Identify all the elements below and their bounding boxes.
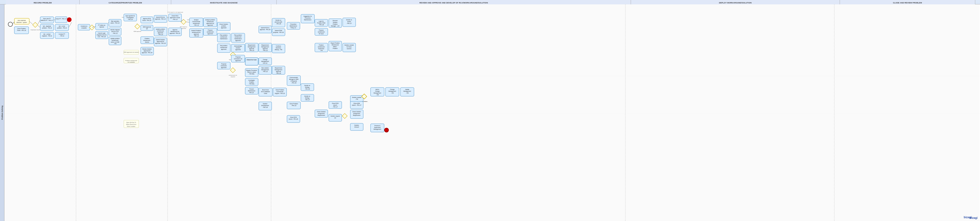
svg-rect-65 [141, 25, 153, 31]
svg-text:workaround -: workaround - [143, 40, 151, 41]
svg-text:Plan problem: Plan problem [220, 34, 228, 36]
svg-text:QA - duplicate: QA - duplicate [43, 25, 51, 27]
svg-text:SDM approval: SDM approval [143, 26, 151, 28]
svg-text:Discover: Discover [332, 20, 338, 21]
svg-text:SDM approval: SDM approval [134, 31, 141, 32]
svg-text:detection - system: detection - system [16, 22, 27, 23]
svg-text:Process &: Process & [374, 125, 380, 126]
svg-text:Enter Location: Enter Location [127, 126, 135, 127]
svg-text:approved not: approved not [207, 23, 214, 24]
svg-text:Amount: Amount [355, 126, 359, 128]
svg-text:Report Problem: Report Problem [331, 42, 340, 44]
svg-text:Management: Management [374, 129, 381, 130]
svg-rect-15 [55, 17, 67, 23]
svg-text:Take operation: Take operation [111, 21, 119, 22]
svg-text:- PM: - PM [355, 99, 358, 100]
svg-text:Problem workaround: Problem workaround [125, 60, 137, 61]
svg-text:- CM: - CM [406, 92, 409, 94]
svg-text:maintenance: maintenance [220, 38, 228, 40]
svg-text:Submit Solution: Submit Solution [156, 39, 165, 40]
svg-text:Maintenance: Maintenance [290, 25, 297, 27]
svg-text:Test problem: Test problem [220, 45, 227, 46]
svg-text:approved: approved [158, 32, 163, 33]
svg-text:Regular Procedure: Regular Procedure [246, 70, 257, 71]
svg-text:Approve RCA: Approve RCA [143, 18, 151, 19]
svg-text:Duplication found: Duplication found [31, 29, 40, 30]
svg-text:approved: approved [207, 24, 213, 26]
svg-text:- PM RAIL: - PM RAIL [248, 83, 255, 84]
svg-text:Sync new PT: Sync new PT [43, 18, 51, 19]
main-container: RECORD PROBLEM CATEGORIZE/PRIORITIZE PRO… [0, 0, 980, 221]
svg-text:- PM L22: - PM L22 [276, 73, 281, 74]
svg-point-6 [8, 22, 13, 27]
svg-text:approved: approved [207, 33, 213, 35]
svg-text:Check Solution: Check Solution [317, 111, 326, 112]
svg-text:Management: Management [261, 46, 269, 48]
svg-text:approved: approved [221, 49, 226, 50]
svg-text:Change: Change [375, 91, 380, 92]
svg-text:Maintenance: Maintenance [304, 19, 312, 21]
svg-text:Assess: Assess [145, 41, 150, 43]
svg-text:approval - PM L13: approval - PM L13 [155, 18, 165, 20]
svg-text:Manage to SDM: Manage to SDM [289, 79, 299, 80]
svg-text:action on DGB: action on DGB [111, 41, 119, 43]
svg-text:Change: Change [263, 59, 267, 60]
svg-text:complete: complete [81, 27, 87, 29]
svg-text:if Required: if Required [291, 80, 297, 82]
svg-text:Submit RCA for: Submit RCA for [156, 16, 165, 18]
svg-text:problem - PM L8: problem - PM L8 [42, 27, 52, 29]
svg-text:Input specific for: Input specific for [126, 15, 135, 17]
svg-text:problem - PM L8: problem - PM L8 [57, 27, 67, 29]
svg-point-324 [385, 128, 388, 132]
svg-text:- PM L22: - PM L22 [262, 50, 268, 51]
svg-text:Check for Cost: Check for Cost [247, 59, 256, 60]
svg-text:- PM L27: - PM L27 [305, 99, 310, 100]
swim-lane-label: Problem Solving [0, 5, 5, 221]
svg-text:Development: Development [261, 105, 269, 107]
svg-text:workaround: workaround [157, 30, 164, 32]
svg-text:workaround: workaround [220, 36, 227, 38]
svg-text:Management: Management [388, 91, 396, 92]
svg-text:- PM L24: - PM L24 [127, 19, 133, 20]
svg-text:Management: Management [374, 92, 381, 94]
svg-text:Maintenance: Maintenance [248, 90, 255, 92]
svg-text:Approved for: Approved for [157, 41, 164, 42]
svg-text:Investigate: Investigate [248, 79, 255, 81]
svg-text:State Issues Error: State Issues Error [126, 124, 137, 125]
svg-text:Contents to: Contents to [81, 25, 88, 27]
svg-text:Acknowledge: Acknowledge [234, 45, 242, 47]
svg-text:Assignment: Assignment [353, 113, 360, 114]
svg-text:Submit Problems: Submit Problems [191, 30, 201, 31]
svg-text:FCA report is not approved: FCA report is not approved [167, 11, 183, 13]
svg-text:approval: approval [276, 71, 281, 72]
svg-text:Opened: Opened [99, 26, 104, 28]
svg-text:Management: Management [403, 91, 411, 92]
svg-text:Preventive: Preventive [305, 17, 311, 19]
svg-text:Supervised: Supervised [374, 127, 381, 128]
svg-text:Submit PDW: Submit PDW [275, 30, 282, 31]
svg-text:Update problem: Update problem [156, 29, 165, 30]
svg-text:workaround: workaround [234, 36, 242, 38]
svg-text:- CM: - CM [376, 94, 379, 95]
svg-text:PT status as: PT status as [98, 24, 105, 26]
svg-text:problem: problem [221, 25, 226, 27]
svg-text:Communicate/: Communicate/ [290, 77, 298, 78]
svg-text:Analyze: Analyze [194, 19, 199, 21]
svg-text:Assignment: Assignment [318, 113, 325, 114]
svg-text:Cancel Login: Cancel Login [98, 32, 105, 34]
svg-text:Preventive: Preventive [290, 24, 296, 25]
svg-text:for issue: for issue [319, 33, 324, 34]
svg-text:Propose: Propose [208, 29, 213, 31]
svg-text:found - PM L25: found - PM L25 [143, 20, 151, 21]
svg-text:Continue: Continue [276, 45, 281, 47]
svg-text:- PM L22: - PM L22 [249, 50, 255, 51]
svg-text:PM L22: PM L22 [250, 92, 254, 93]
svg-text:conclusion: conclusion [221, 65, 227, 67]
svg-text:Close RCM: Close RCM [290, 116, 296, 118]
svg-text:workaround: workaround [318, 46, 325, 48]
watermark-logo: bizagi [970, 216, 978, 219]
svg-text:search - PM L27: search - PM L27 [352, 105, 361, 106]
svg-text:Submit RCA to: Submit RCA to [261, 27, 269, 29]
svg-text:Close RCM: Close RCM [332, 103, 338, 104]
svg-text:workaround not: workaround not [229, 75, 237, 76]
